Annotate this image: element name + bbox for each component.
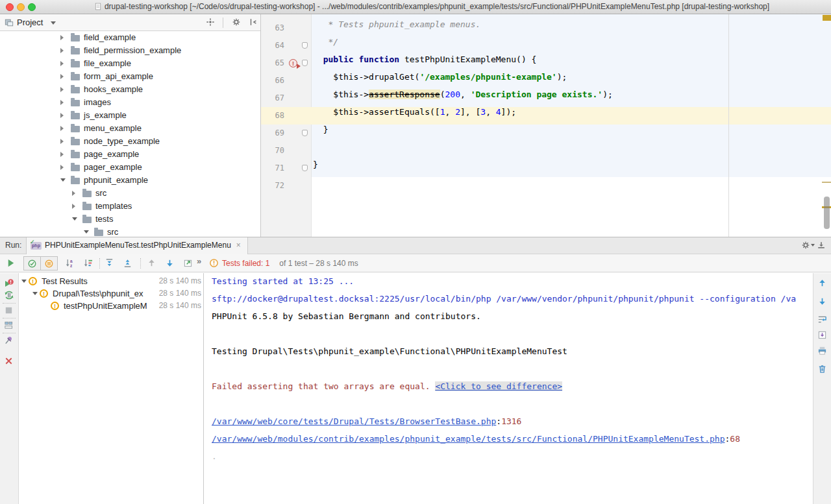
collapse-arrow-icon[interactable] (84, 230, 89, 234)
code-editor[interactable]: 63 * Tests phpunit_example menus.64 */65… (261, 14, 831, 237)
expand-arrow-icon[interactable] (60, 139, 64, 144)
test-result-row[interactable]: !testPhpUnitExampleM28 s 140 ms (19, 300, 203, 312)
next-occurrence-icon[interactable] (817, 296, 827, 309)
project-header-label[interactable]: Project (17, 14, 43, 30)
collapse-arrow-icon[interactable] (60, 178, 66, 182)
expand-arrow-icon[interactable] (60, 35, 64, 40)
zoom-window-icon[interactable] (28, 3, 36, 11)
project-tree-item[interactable]: field_example (0, 31, 260, 44)
fold-marker-icon[interactable] (302, 165, 308, 171)
scroll-to-end-icon[interactable] (817, 330, 827, 342)
console-line (212, 399, 813, 416)
collapse-arrow-icon[interactable] (72, 217, 77, 221)
expand-arrow-icon[interactable] (72, 191, 75, 196)
collapse-arrow-icon[interactable] (21, 280, 27, 283)
expand-arrow-icon[interactable] (72, 204, 75, 209)
collapse-arrow-icon[interactable] (32, 292, 38, 295)
fold-marker-icon[interactable] (302, 42, 308, 49)
more-chevron-icon[interactable]: » (197, 256, 201, 266)
project-tree-item[interactable]: node_type_example (0, 135, 260, 148)
project-tree-item[interactable]: menu_example (0, 122, 260, 135)
expand-arrow-icon[interactable] (60, 113, 64, 118)
expand-all-icon[interactable] (105, 258, 114, 270)
pin-tab-icon[interactable] (4, 335, 14, 348)
editor-line[interactable]: 68 $this->assertEquals([1, 2], [3, 4]); (261, 107, 831, 125)
fold-marker-icon[interactable] (302, 60, 308, 66)
project-tree-item[interactable]: templates (0, 200, 260, 213)
toggle-auto-test-icon[interactable] (4, 290, 14, 303)
previous-failed-test-icon[interactable] (147, 258, 156, 270)
settings-gear-icon[interactable] (801, 241, 810, 252)
export-test-results-icon[interactable] (183, 258, 193, 270)
soft-wrap-icon[interactable] (817, 315, 827, 327)
see-difference-link[interactable]: <Click to see difference> (435, 381, 562, 391)
line-number: 69 (261, 125, 284, 142)
editor-line[interactable]: 64 */ (261, 37, 831, 54)
expand-arrow-icon[interactable] (60, 165, 64, 170)
clear-all-icon[interactable] (817, 364, 827, 376)
next-failed-test-icon[interactable] (165, 258, 175, 270)
editor-line[interactable]: 69 } (261, 125, 831, 142)
hide-panel-icon[interactable] (817, 241, 826, 252)
project-tree-item[interactable]: src (0, 226, 260, 237)
expand-arrow-icon[interactable] (60, 126, 64, 131)
project-tree-item[interactable]: file_example (0, 57, 260, 70)
editor-scrollbar-thumb[interactable] (824, 197, 830, 229)
error-stripe-mark[interactable] (822, 182, 831, 183)
close-window-icon[interactable] (6, 3, 14, 11)
rerun-failed-tests-icon[interactable] (4, 278, 14, 291)
close-icon[interactable] (4, 356, 14, 368)
console-file-link[interactable]: /var/www/web/core/tests/Drupal/Tests/Bro… (212, 416, 496, 426)
project-tree-item[interactable]: form_api_example (0, 70, 260, 83)
project-tree-item[interactable]: src (0, 187, 260, 200)
editor-line[interactable]: 67 $this->assertResponse(200, 'Descripti… (261, 90, 831, 107)
show-passed-icon[interactable] (23, 256, 41, 270)
minimize-window-icon[interactable] (17, 3, 25, 11)
close-tab-icon[interactable]: × (236, 241, 241, 250)
console-file-link[interactable]: /var/www/web/modules/contrib/examples/ph… (212, 434, 725, 444)
editor-line[interactable]: 72 (261, 177, 831, 195)
select-opened-file-icon[interactable] (206, 18, 215, 29)
divider (99, 258, 100, 269)
editor-line[interactable]: 66 $this->drupalGet('/examples/phpunit-e… (261, 72, 831, 90)
show-ignored-icon[interactable] (40, 256, 58, 270)
rerun-icon[interactable] (6, 258, 16, 270)
editor-line[interactable]: 65! public function testPhpUnitExampleMe… (261, 54, 831, 72)
folder-icon (94, 230, 103, 236)
test-result-row[interactable]: !Test Results28 s 140 ms (19, 275, 203, 287)
expand-arrow-icon[interactable] (60, 100, 64, 105)
project-tree-item[interactable]: hooks_example (0, 83, 260, 96)
expand-arrow-icon[interactable] (60, 152, 64, 157)
restore-layout-icon[interactable] (4, 320, 14, 333)
project-tree-item[interactable]: js_example (0, 109, 260, 122)
project-tree-item[interactable]: page_example (0, 148, 260, 161)
hide-panel-icon[interactable] (249, 18, 258, 29)
project-tree-item[interactable]: field_permission_example (0, 44, 260, 57)
sort-alphabetically-icon[interactable]: az (65, 258, 75, 270)
editor-line[interactable]: 63 * Tests phpunit_example menus. (261, 19, 831, 37)
rerun-failed-test-icon[interactable]: ! (289, 59, 297, 67)
run-tab[interactable]: php✓ PHPUnitExampleMenuTest.testPhpUnitE… (26, 237, 248, 254)
fold-marker-icon[interactable] (302, 130, 308, 136)
prev-occurrence-icon[interactable] (817, 278, 827, 291)
chevron-down-icon[interactable] (51, 21, 56, 25)
project-tree-item[interactable]: pager_example (0, 161, 260, 174)
test-result-row[interactable]: !Drupal\Tests\phpunit_ex28 s 140 ms (19, 287, 203, 300)
editor-line[interactable]: 70 (261, 142, 831, 160)
project-tree-item[interactable]: phpunit_example (0, 174, 260, 187)
editor-line[interactable]: 71} (261, 160, 831, 177)
folder-icon (82, 217, 92, 223)
print-icon[interactable] (817, 346, 827, 358)
settings-gear-icon[interactable] (232, 18, 241, 29)
project-tree-item[interactable]: tests (0, 213, 260, 226)
error-stripe-mark-top[interactable] (823, 15, 831, 21)
sort-by-duration-icon[interactable] (83, 258, 93, 270)
console-output[interactable]: Testing started at 13:25 ...sftp://docke… (204, 273, 813, 504)
test-status: Tests failed: 1 of 1 test – 28 s 140 ms (209, 258, 219, 269)
expand-arrow-icon[interactable] (60, 48, 64, 53)
collapse-all-icon[interactable] (123, 258, 132, 270)
expand-arrow-icon[interactable] (60, 61, 64, 66)
expand-arrow-icon[interactable] (60, 74, 64, 79)
project-tree-item[interactable]: images (0, 96, 260, 109)
expand-arrow-icon[interactable] (60, 87, 64, 92)
